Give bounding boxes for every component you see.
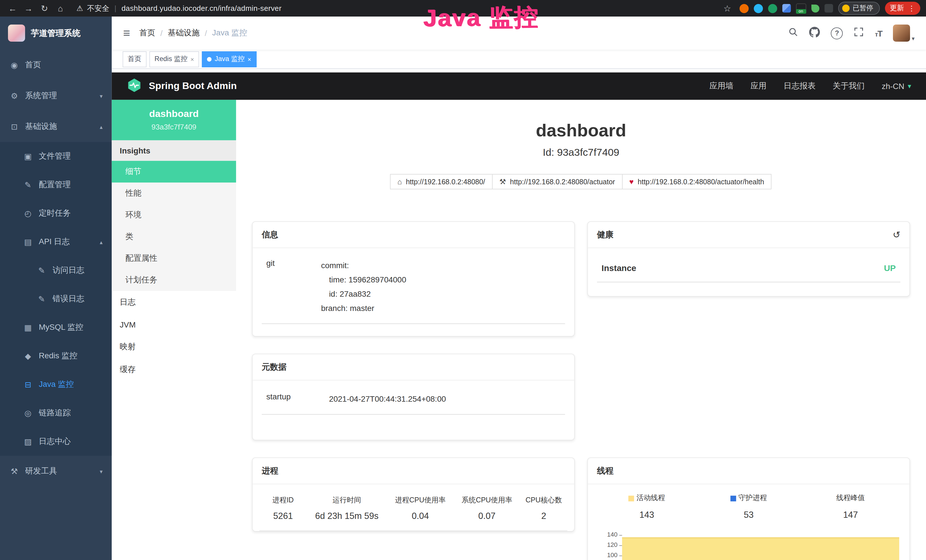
sidenav-item-mappings[interactable]: 映射 [112,336,236,358]
sidenav-item-configprops[interactable]: 配置属性 [112,248,236,269]
github-icon[interactable] [809,27,820,40]
sidenav-item-metrics[interactable]: 性能 [112,183,236,204]
cards-grid: 信息 git commit: time: 1596289704000 id: 2 [252,221,910,560]
smiley-icon [842,5,849,12]
address-bar[interactable]: ⚠ 不安全 | dashboard.yudao.iocoder.cn/infra… [76,3,281,14]
reload-button[interactable]: ↻ [38,3,51,14]
threads-card: 线程 活动线程 143 守护进程 [587,458,910,560]
link-url: http://192.168.0.2:48080/actuator [510,178,615,186]
sidebar-item-error-log[interactable]: ✎ 错误日志 [0,285,112,313]
page-url[interactable]: dashboard.yudao.iocoder.cn/infra/admin-s… [121,4,281,12]
sidebar-item-label: 错误日志 [53,294,85,304]
chrome-update-button[interactable]: 更新 ⋮ [885,2,920,15]
instance-name: dashboard [118,108,230,120]
browser-extension-icon-1[interactable] [739,4,748,13]
threads-chart: 140 120 100 [596,529,902,560]
browser-extension-icon-2[interactable] [754,4,763,13]
info-line: commit: [321,259,561,273]
app-sidebar: 芋道管理系统 ◉ 首页 ⚙ 系统管理 ▾ ⊡ 基础设施 ▴ ▣ [0,17,112,560]
font-size-icon[interactable]: тT [875,28,882,38]
insights-group-title[interactable]: Insights [112,140,236,161]
insights-group: Insights 细节 性能 环境 类 配置属性 计划任务 [112,140,236,291]
app-logo [8,24,25,42]
sba-frame: Spring Boot Admin 应用墙 应用 日志报表 关于我们 zh-CN… [112,69,926,560]
tab-java[interactable]: Java 监控 × [202,51,256,67]
wrench-icon: ⚒ [499,177,506,186]
history-icon[interactable]: ↺ [893,229,900,240]
hamburger-icon[interactable]: ≡ [123,26,130,40]
sidenav-item-caches[interactable]: 缓存 [112,358,236,381]
sba-nav-applications[interactable]: 应用 [750,81,767,91]
sidenav-item-details[interactable]: 细节 [112,161,236,183]
sidebar-item-log-center[interactable]: ▨ 日志中心 [0,427,112,456]
breadcrumb-infra[interactable]: 基础设施 [168,28,200,38]
browser-extension-icon-6[interactable] [811,4,819,12]
sidebar-item-config[interactable]: ✎ 配置管理 [0,171,112,199]
paused-badge[interactable]: 已暂停 [838,2,879,15]
sidebar-item-mysql[interactable]: ▦ MySQL 监控 [0,313,112,342]
sidebar-item-system[interactable]: ⚙ 系统管理 ▾ [0,80,112,111]
app-title: 芋道管理系统 [31,28,80,38]
back-button[interactable]: ← [6,3,20,13]
sidebar-item-access-log[interactable]: ✎ 访问日志 [0,256,112,285]
health-key: Instance [601,263,636,273]
sidebar-item-file[interactable]: ▣ 文件管理 [0,142,112,171]
app-logo-row[interactable]: 芋道管理系统 [0,17,112,50]
info-line: time: 1596289704000 [321,273,561,287]
sidenav-item-scheduledtasks[interactable]: 计划任务 [112,269,236,291]
edit-icon: ✎ [36,266,47,275]
sidenav-item-jvm[interactable]: JVM [112,314,236,336]
active-dot [207,57,212,61]
extensions-puzzle-icon[interactable] [824,4,833,12]
service-url-link[interactable]: ⌂ http://192.168.0.2:48080/ [390,174,493,189]
security-label[interactable]: 不安全 [87,3,109,14]
browser-extension-icon-5[interactable]: on [796,3,806,14]
search-icon[interactable] [788,27,799,39]
breadcrumb-home[interactable]: 首页 [139,28,155,38]
sidebar-item-job[interactable]: ◴ 定时任务 [0,199,112,228]
fullscreen-icon[interactable] [854,27,864,39]
sidebar-item-home[interactable]: ◉ 首页 [0,50,112,80]
sidenav-item-classes[interactable]: 类 [112,226,236,248]
help-icon[interactable]: ? [831,27,843,39]
sba-sidenav: dashboard 93a3fc7f7409 Insights 细节 性能 环境… [112,100,236,560]
info-line: id: 27aa832 [321,287,561,301]
gear-icon: ⚙ [9,91,20,100]
sidenav-item-logs[interactable]: 日志 [112,291,236,314]
avatar[interactable] [893,24,910,42]
actuator-url-link[interactable]: ⚒ http://192.168.0.2:48080/actuator [492,174,623,189]
sidebar-item-redis[interactable]: ◆ Redis 监控 [0,342,112,370]
browser-extension-icon-4[interactable] [782,4,791,12]
browser-extension-icon-3[interactable] [768,4,777,13]
health-url-link[interactable]: ♥ http://192.168.0.2:48080/actuator/heal… [622,174,772,189]
process-col-pid: 进程ID 5261 [260,492,307,530]
y-tick: 100 [596,550,622,560]
sidebar-item-trace[interactable]: ◎ 链路追踪 [0,399,112,427]
sba-navbar: Spring Boot Admin 应用墙 应用 日志报表 关于我们 zh-CN… [112,73,926,100]
sidebar-item-api-log[interactable]: ▤ API 日志 ▴ [0,228,112,256]
info-line: branch: master [321,301,561,316]
tab-bar: 首页 Redis 监控 × Java 监控 × [112,50,926,69]
sidebar-item-java[interactable]: ⊟ Java 监控 [0,370,112,399]
sba-brand[interactable]: Spring Boot Admin [149,80,237,92]
sba-nav: 应用墙 应用 日志报表 关于我们 zh-CN ▾ [710,81,911,91]
tab-home[interactable]: 首页 [123,51,147,67]
locale-label: zh-CN [882,82,904,91]
sidebar-item-label: Java 监控 [39,380,74,390]
forward-button[interactable]: → [22,3,35,13]
sba-nav-about[interactable]: 关于我们 [833,81,865,91]
bookmark-star-icon[interactable]: ☆ [720,3,734,14]
close-icon[interactable]: × [191,56,194,62]
sidebar-item-devtools[interactable]: ⚒ 研发工具 ▾ [0,456,112,487]
sba-nav-journal[interactable]: 日志报表 [784,81,816,91]
locale-select[interactable]: zh-CN ▾ [882,82,911,91]
browser-menu-icon[interactable]: ⋮ [908,4,915,12]
home-button[interactable]: ⌂ [54,3,67,13]
sba-nav-wallboard[interactable]: 应用墙 [710,81,734,91]
close-icon[interactable]: × [248,56,251,62]
user-menu[interactable]: ▾ [893,24,915,42]
sidenav-item-environment[interactable]: 环境 [112,204,236,226]
sidebar-item-infra[interactable]: ⊡ 基础设施 ▴ [0,111,112,142]
tab-redis[interactable]: Redis 监控 × [150,51,199,67]
legend-value: 147 [800,510,902,520]
